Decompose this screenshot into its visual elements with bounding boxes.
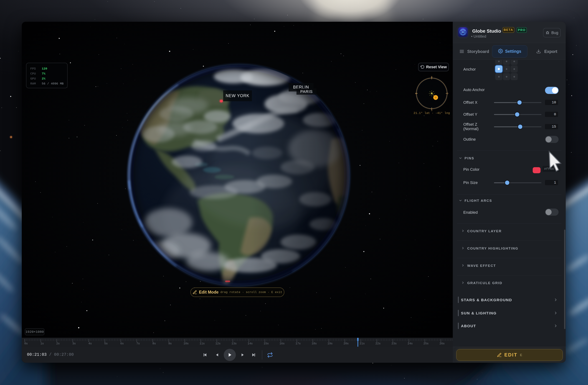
- svg-text:E: E: [447, 92, 448, 95]
- svg-text:W: W: [416, 92, 417, 95]
- svg-text:S: S: [431, 109, 432, 111]
- svg-text:N: N: [431, 76, 432, 78]
